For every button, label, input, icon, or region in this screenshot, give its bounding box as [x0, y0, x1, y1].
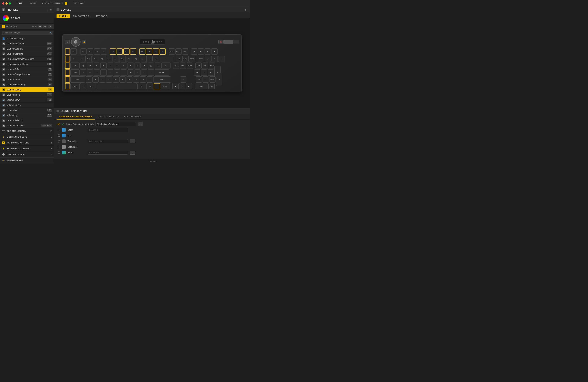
key-backspace[interactable]: ← [160, 56, 173, 62]
key-fn[interactable]: FN [147, 83, 153, 89]
key-num-div[interactable]: / [205, 56, 211, 62]
key-num-sub[interactable]: - [218, 56, 225, 62]
bp-browse-button[interactable]: ... [138, 122, 143, 126]
key-f1[interactable]: F1 [80, 48, 86, 55]
key-ralt[interactable]: ALT [137, 83, 147, 89]
bp-tab-advanced[interactable]: ADVANCED SETTINGS [95, 114, 122, 119]
actions-copy-button[interactable] [43, 25, 47, 28]
lib-section-lighting-effects[interactable]: LIGHTING EFFECTS 6 [0, 134, 54, 140]
action-item[interactable]: ▣Launch CalendarG6 [0, 46, 54, 51]
key-lwin[interactable]: ⊞ [80, 83, 86, 89]
actions-menu-button[interactable]: ≡ [35, 25, 37, 28]
key-lbracket[interactable]: [ { [148, 62, 154, 69]
key-f6[interactable]: F6 [117, 48, 123, 55]
key-1[interactable]: 1 ! [79, 56, 85, 62]
key-t[interactable]: T [107, 62, 113, 69]
key-num-0[interactable]: 0INS [195, 83, 208, 89]
key-enter[interactable]: ENTER [155, 69, 169, 76]
key-z[interactable]: Z [86, 76, 92, 83]
key-quote[interactable]: ' " [148, 69, 154, 76]
action-item[interactable]: 🔊Volume UpF12 [0, 113, 54, 118]
search-input[interactable] [2, 31, 53, 35]
key-esc[interactable]: ESC [70, 48, 77, 55]
lib-section-performance[interactable]: PERFORMANCE [0, 157, 54, 163]
key-g[interactable]: G [107, 69, 113, 76]
action-item[interactable]: 🔊Volume Up (1) [0, 103, 54, 108]
key-numlock[interactable]: NUMLK [198, 56, 204, 62]
key-num-enter[interactable]: ENT [216, 73, 222, 86]
key-arrow-down[interactable]: ▼ [179, 83, 185, 89]
key-r[interactable]: R [101, 62, 107, 69]
key-f12-key[interactable]: 🔉 [160, 48, 166, 55]
key-h[interactable]: H [114, 69, 120, 76]
key-y[interactable]: Y [114, 62, 120, 69]
devices-grid-button[interactable]: ⊞ [245, 8, 247, 11]
key-macro-g2[interactable] [65, 56, 70, 62]
key-minus[interactable]: - _ [146, 56, 153, 62]
lib-section-hardware-lighting[interactable]: HARDWARE LIGHTING 3 [0, 146, 54, 152]
key-pause[interactable]: PAUSE [182, 48, 189, 55]
key-k[interactable]: K [127, 69, 134, 76]
key-num-2[interactable]: 2▼ [203, 76, 209, 83]
key-num-4[interactable]: 4◀ [194, 69, 200, 76]
key-media-prev[interactable]: ⏮ [198, 48, 204, 55]
key-5[interactable]: 5 % [106, 56, 112, 62]
key-num-7[interactable]: 7HOME [195, 62, 202, 69]
key-num-8[interactable]: 8▲ [202, 62, 208, 69]
key-backslash[interactable]: \ | [161, 62, 170, 69]
key-x[interactable]: X [92, 76, 99, 83]
key-d[interactable]: D [94, 69, 100, 76]
key-media-play[interactable]: ⏭ [205, 48, 211, 55]
key-arrow-right[interactable]: ▶ [186, 83, 192, 89]
key-pgdn[interactable]: PG DN [187, 62, 193, 69]
bp-radio[interactable] [58, 123, 60, 125]
key-macro-g5[interactable] [65, 76, 70, 83]
key-scrlk[interactable]: SCRLK [175, 48, 182, 55]
key-home[interactable]: HOME [182, 56, 189, 62]
action-item[interactable]: ▣Launch Google ChromeF6 [0, 72, 54, 77]
action-item[interactable]: ▣Launch MusicF10 [0, 92, 54, 97]
key-b[interactable]: B [113, 76, 119, 83]
key-space[interactable]: ___ [97, 83, 137, 89]
nav-tab-instant-lighting[interactable]: INSTANT LIGHTING [39, 0, 70, 7]
kb-volume-slider[interactable] [224, 40, 239, 44]
key-f4[interactable]: F4 [101, 48, 107, 55]
kb-control-wheel[interactable] [71, 37, 81, 47]
action-item[interactable]: ▣Launch MessagesG1 [0, 41, 54, 46]
bp-radio[interactable] [58, 134, 60, 137]
key-f[interactable]: F [101, 69, 107, 76]
key-f10[interactable]: F10 [146, 48, 152, 55]
device-tab-nightsword[interactable]: NIGHTSWORD R... [70, 14, 93, 18]
bp-browse-button[interactable]: ... [130, 151, 135, 155]
bp-url-input[interactable] [88, 128, 128, 132]
key-2[interactable]: 2 @ [85, 56, 92, 62]
key-e[interactable]: E [94, 62, 100, 69]
key-macro-g6[interactable] [65, 83, 70, 89]
action-item[interactable]: ▣Launch TextEditF7 [0, 77, 54, 82]
close-button[interactable] [2, 2, 4, 5]
profiles-menu-button[interactable]: ≡ [50, 8, 52, 11]
key-9[interactable]: 9 ( [133, 56, 139, 62]
key-pgup[interactable]: PG UP [189, 56, 195, 62]
profiles-add-button[interactable]: + [47, 8, 49, 11]
key-o[interactable]: O [134, 62, 141, 69]
action-item[interactable]: ▣Launch ContactsG5 [0, 51, 54, 57]
key-semicolon[interactable]: ; : [141, 69, 147, 76]
key-u[interactable]: U [121, 62, 127, 69]
key-0[interactable]: 0 ) [140, 56, 146, 62]
key-media-next[interactable]: ⏸ [211, 48, 217, 55]
key-arrow-up[interactable]: ▲ [180, 76, 187, 83]
bp-url-input[interactable] [88, 139, 128, 143]
profile-item[interactable]: PC 2021 [0, 13, 54, 23]
key-i[interactable]: I [127, 62, 134, 69]
key-num-5[interactable]: 5 [201, 69, 207, 76]
key-macro-g3[interactable] [65, 62, 70, 69]
actions-add-button[interactable]: + [32, 25, 34, 28]
key-7[interactable]: 7 & [119, 56, 126, 62]
action-item[interactable]: ▣Launch CalculatorApplication [0, 123, 54, 128]
key-prtsc[interactable]: PRTSC [169, 48, 175, 55]
key-num-1[interactable]: 1END [196, 76, 202, 83]
key-q[interactable]: Q [80, 62, 86, 69]
actions-delete-button[interactable] [38, 25, 42, 28]
key-del[interactable]: DEL [173, 62, 179, 69]
